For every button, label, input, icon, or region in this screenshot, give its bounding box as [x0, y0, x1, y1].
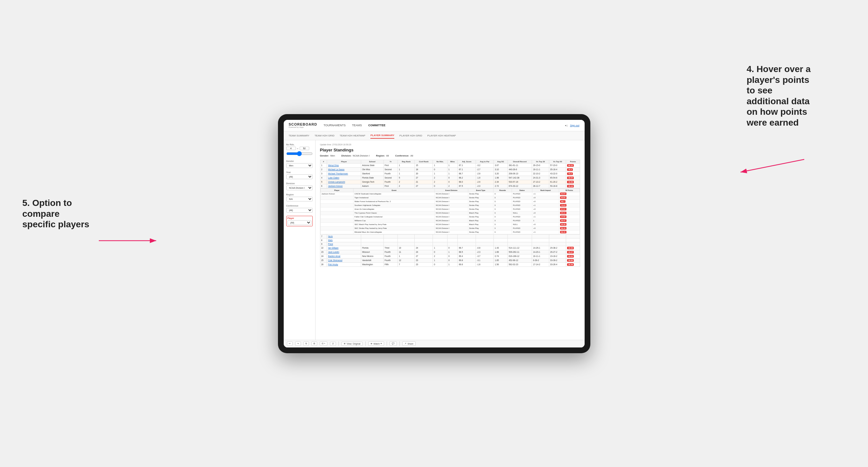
gender-select[interactable]: Men: [286, 163, 313, 168]
player-link[interactable]: Petr Hruby: [328, 263, 338, 266]
top-nav: SCOREBOARD Powered by clippi TOURNAMENTS…: [284, 120, 585, 131]
points-badge[interactable]: 73.23: [560, 204, 566, 207]
table-row: 1 Wenyi Ding Arizona State First 1 15 1 …: [320, 163, 580, 167]
points-badge[interactable]: 38.94: [567, 177, 574, 179]
col-player: Player: [327, 160, 361, 163]
table-row: 23 Jack Lundin Missouri Fourth 11 24 0 1…: [320, 250, 580, 254]
division-select[interactable]: NCAA Division I: [286, 186, 313, 190]
nav-committee[interactable]: COMMITTEE: [368, 122, 385, 128]
year-select[interactable]: (All): [286, 175, 313, 179]
subnav-player-summary[interactable]: PLAYER SUMMARY: [370, 133, 394, 139]
points-badge[interactable]: 66.40: [560, 231, 566, 234]
nav-separator: ◂ |: [565, 124, 567, 127]
player-link[interactable]: Bastien Amat: [328, 255, 340, 257]
points-badge[interactable]: 56.18: [560, 227, 566, 229]
tooltip-data-row: Williams Cup NCAA Division I Match Play …: [320, 219, 580, 222]
view-original-btn[interactable]: 👁 View: Original: [341, 342, 363, 346]
filter-division: Division: NCAA Division I: [341, 154, 370, 157]
eye-icon: 👁: [344, 343, 346, 345]
region-label: Region: [286, 193, 313, 196]
sub-nav: TEAM SUMMARY TEAM H2H GRID TEAM H2H HEAT…: [284, 131, 585, 140]
table-row: 2 Michael La Sasso Ole Miss Second 1 18 …: [320, 167, 580, 172]
tooltip-data-row: Amer An Intercollegiate NCAA Division I …: [320, 207, 580, 211]
player-link[interactable]: Mats: [328, 239, 333, 241]
table-row: 25 Cole Sherwood Vanderbilt Fourth 12 23…: [320, 258, 580, 262]
points-badge[interactable]: 40.02: [567, 255, 574, 257]
range-min-input[interactable]: [286, 147, 296, 150]
subnav-player-h2h-heatmap[interactable]: PLAYER H2H HEATMAP: [428, 133, 456, 138]
subnav-team-h2h-grid[interactable]: TEAM H2H GRID: [315, 133, 335, 138]
player-link[interactable]: Ian Gilligan: [328, 247, 339, 249]
points-badge[interactable]: 39.95: [567, 259, 574, 262]
player-link[interactable]: Michael La Sasso: [328, 168, 344, 170]
points-badge[interactable]: 38.49: [567, 263, 574, 266]
division-label: Division: [286, 182, 313, 185]
table-row: 24 Bastien Amat New Mexico Fourth 1 27 2…: [320, 254, 580, 258]
share-btn[interactable]: ↗ Share: [402, 341, 416, 346]
points-badge[interactable]: 98.22: [567, 164, 574, 167]
subnav-team-summary[interactable]: TEAM SUMMARY: [289, 133, 310, 138]
gender-label: Gender: [286, 160, 313, 162]
points-badge[interactable]: 76.3: [567, 168, 573, 171]
player-link[interactable]: Luke Claten: [328, 177, 339, 179]
player-link[interactable]: Cole Sherwood: [328, 259, 342, 261]
sign-out-link[interactable]: Sign out: [570, 124, 579, 127]
player-link[interactable]: Michael Thorbjornsen: [328, 173, 348, 175]
table-header-row: # Player School Yr Reg Rank Conf Rank No…: [320, 160, 580, 163]
undo-btn[interactable]: ↩: [287, 341, 292, 346]
section-title: Player Standings: [320, 148, 580, 152]
range-slider[interactable]: [286, 151, 313, 156]
points-badge[interactable]: 46.7: [560, 200, 565, 203]
nav-tournaments[interactable]: TOURNAMENTS: [323, 122, 345, 128]
player-link[interactable]: Jack Lundin: [328, 251, 339, 253]
points-badge[interactable]: 24.11: [560, 212, 566, 214]
points-badge[interactable]: 14.50: [560, 216, 566, 218]
table-row: 8 Mats: [320, 238, 580, 242]
comment-icon: 💬: [392, 342, 395, 345]
col-rank: #: [320, 160, 327, 163]
clock-btn[interactable]: ⏱: [330, 342, 336, 346]
points-badge[interactable]: 57.57: [560, 208, 566, 210]
player-link[interactable]: Prest: [328, 243, 333, 245]
table-row: 3 Michael Thorbjornsen Stanford Fourth 1…: [320, 172, 580, 176]
redo-btn[interactable]: ↪: [295, 341, 301, 346]
range-max-input[interactable]: [300, 147, 309, 150]
points-badge[interactable]: 40.58: [567, 247, 574, 249]
points-badge[interactable]: 70.2: [567, 173, 573, 175]
points-badge[interactable]: 30.47: [560, 219, 566, 222]
player-link[interactable]: Wenyi Ding: [328, 164, 339, 166]
tooltip-data-row: Southern Highlands Collegiate NCAA Divis…: [320, 204, 580, 207]
chevron-down-icon: ▾: [381, 342, 382, 345]
region-select[interactable]: N/A: [286, 197, 313, 201]
watch-btn[interactable]: 👁 Watch ▾: [368, 341, 384, 346]
points-badge[interactable]: 40.27: [567, 251, 574, 253]
col-overall: Overall Record: [507, 160, 532, 163]
subnav-player-h2h-grid[interactable]: PLAYER H2H GRID: [399, 133, 422, 138]
player-select[interactable]: (All): [287, 220, 311, 225]
division-section: Division NCAA Division I: [286, 182, 313, 190]
player-link[interactable]: Jackson Koivun: [328, 185, 343, 187]
conference-select[interactable]: (All): [286, 208, 313, 213]
nav-teams[interactable]: TEAMS: [352, 122, 362, 128]
points-badge[interactable]: 53.60: [560, 196, 566, 199]
tooltip-row: Player Event Event Division Event Type R…: [320, 188, 580, 234]
annotation-4-text: 4. Hover over aplayer's pointsto seeaddi…: [747, 64, 811, 127]
points-badge[interactable]: 25.38: [560, 223, 566, 226]
comment-btn[interactable]: 💬: [390, 341, 397, 346]
tablet-screen: SCOREBOARD Powered by clippi TOURNAMENTS…: [284, 120, 585, 347]
copy-btn[interactable]: ⧉: [304, 341, 309, 346]
content-area: Update time: 27/01/2024 16:56:26 Player …: [316, 140, 585, 340]
paste-btn[interactable]: ⊞: [311, 341, 317, 346]
points-badge[interactable]: 40.89: [567, 181, 574, 183]
nav-right: ◂ | Sign out: [565, 124, 580, 127]
points-badge[interactable]: 62.64: [560, 192, 566, 195]
tooltip-data-row: Jackson Koivun UNCW Seahawk Intercollegi…: [320, 192, 580, 196]
filter-conference: Conference: All: [395, 154, 413, 157]
table-row: 26 Petr Hruby Washington Fifth 7 23 0 1 …: [320, 262, 580, 267]
points-badge[interactable]: 38.18: [567, 185, 574, 187]
tooltip-header: Player Event Event Division Event Type R…: [320, 188, 580, 192]
player-link[interactable]: Christo Lamprecht: [328, 181, 345, 183]
player-link[interactable]: Nichi: [328, 235, 333, 238]
dash-btn[interactable]: ⊟ +: [320, 341, 328, 346]
subnav-team-h2h-heatmap[interactable]: TEAM H2H HEATMAP: [340, 133, 365, 138]
